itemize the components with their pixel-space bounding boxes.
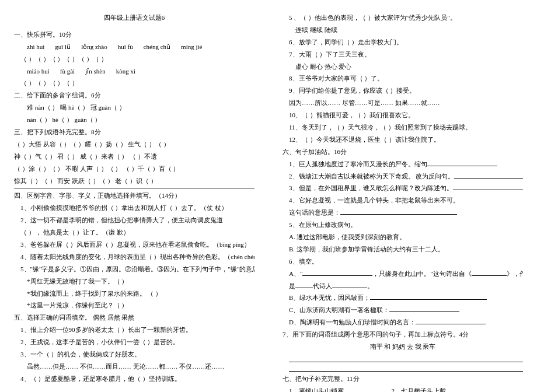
pinyin: fù gài bbox=[60, 65, 75, 78]
text: 》，作者 bbox=[507, 270, 523, 277]
fill-blank bbox=[332, 281, 367, 288]
s2-line-2: nán（ ） hè（ ） guān（ ） bbox=[14, 114, 254, 126]
s4-5a: *周红无缘无故地打了我一下。（ ） bbox=[14, 275, 254, 288]
pinyin-row-1: zhì huì guī lǜ lǒng zhào huī fù chéng ch… bbox=[14, 41, 254, 53]
question-7-head: 七、把句子补充完整。11分 bbox=[283, 373, 523, 385]
pinyin: lǒng zhào bbox=[81, 41, 107, 53]
s4-5c: *这里一片荒凉，你缘何至此？（ ） bbox=[14, 299, 254, 312]
fill-blank bbox=[389, 305, 459, 312]
fill-blank bbox=[416, 317, 486, 324]
pinyin: míng jié bbox=[181, 41, 202, 53]
text: 。2、七月栀子头上戴， bbox=[385, 387, 453, 392]
s4-1: 1、小刚偷偷摸摸地把爷爷的拐（ ）拿出去和别人打（ ）去了。（仗 杖） bbox=[14, 202, 254, 214]
s7-words: 南平 和 妈妈 去 我 乘车 bbox=[283, 341, 523, 353]
r6-1: 1、巨人孤独地度过了寒冷而又漫长的严冬。缩句 bbox=[283, 158, 523, 170]
r5: 5 、（ ）他出色的表现，（ ）被大家评为"优秀少先队员"。 bbox=[283, 12, 523, 24]
text: 是 bbox=[289, 282, 295, 289]
r6-6a: A、"，只缘身在此山中。"这句诗出自《》，作者 bbox=[283, 268, 523, 280]
r5-opts: 连续 继续 陆续 bbox=[283, 24, 523, 36]
q7-1: 1、雾锁山头山锁雾，。2、七月栀子头上戴， bbox=[283, 385, 523, 392]
text: C、山东济南大明湖有一著名楹联： bbox=[289, 306, 389, 313]
text: 1、巨人孤独地度过了寒冷而又漫长的严冬。缩句 bbox=[289, 160, 427, 167]
s5-2: 2、王戎说，这李子是苦的，小伙伴们一尝（ ）是苦的。 bbox=[14, 336, 254, 348]
r6-D: D、陶渊明有一句勉励人们珍惜时间的名言： bbox=[283, 316, 523, 328]
r6-4a: 这句话的意思是： bbox=[283, 206, 523, 219]
s5-opts: 虽然……但是…… 不但……而且…… 无论……都…… 不仅……还…… bbox=[14, 360, 254, 373]
s4-2: 2、这一切不都是李明的错，但他担心把事情弄大了，便主动向调皮鬼道 bbox=[14, 214, 254, 226]
section-4-head: 四、区别字音、字形、字义，正确地选择并填写。（14分） bbox=[14, 190, 254, 202]
s5-4: 4、（ ）是盛夏酷暑，还是寒冬腊月，他（ ）坚持训练。 bbox=[14, 373, 254, 385]
r11: 11、冬天到了，（ ）天气很冷，（ ）我们照常到了操场去踢球。 bbox=[283, 121, 523, 134]
r6-B: B、绿水本无忧，因风皱面； bbox=[283, 292, 523, 304]
right-column: 5 、（ ）他出色的表现，（ ）被大家评为"优秀少先队员"。 连续 继续 陆续 … bbox=[268, 0, 537, 392]
pinyin-row-2: miáo huì fù gài jǐn shèn kòng xì bbox=[14, 65, 254, 78]
section-6-head: 六、句子加油站。16分 bbox=[283, 146, 523, 158]
fill-blank bbox=[452, 386, 487, 392]
s5-1: 1、报上介绍一位90多岁的老太太（ ）长出了一颗新的牙齿。 bbox=[14, 324, 254, 336]
text: B、绿水本无忧，因风皱面； bbox=[289, 294, 370, 301]
section-3-head: 三、把下列成语补充完整。8分 bbox=[14, 126, 254, 138]
s3-line-4: 惊其（ ）（ ） 而安 跃跃（ ）（ ） 老（ ）识（ ） bbox=[14, 175, 254, 187]
left-column: 四年级上册语文试题6 一、快乐拼写。10分 zhì huì guī lǜ lǒn… bbox=[0, 0, 268, 392]
fill-blank bbox=[295, 281, 313, 288]
s4-5b: *我们缘流而上，终于找到了泉水的来路。 （ ） bbox=[14, 288, 254, 300]
r9: 9、同学们给你提了意见，你应该（ ）接受。 bbox=[283, 85, 523, 97]
section-1-head: 一、快乐拼写。10分 bbox=[14, 29, 254, 41]
section-5-head: 五、选择正确的词语填空。 偶然 居然 果然 bbox=[14, 312, 254, 324]
bracket-row-1: （ ）（ ）（ ）（ ）（ ）（ ） bbox=[14, 53, 254, 65]
fill-blank bbox=[453, 183, 523, 190]
r7-opts: 虚心 耐心 热心 爱心 bbox=[283, 61, 523, 73]
s4-4: 4、随着太阳光线角度的变化，月球的表面呈（ ）现出各种奇异的色彩。（chén c… bbox=[14, 251, 254, 263]
pinyin: miáo huì bbox=[27, 65, 50, 78]
fill-blank bbox=[370, 293, 487, 300]
doc-title: 四年级上册语文试题6 bbox=[14, 12, 254, 24]
text: D、陶渊明有一句勉励人们珍惜时间的名言： bbox=[289, 318, 416, 326]
text: A、" bbox=[289, 270, 302, 277]
pinyin: guī lǜ bbox=[55, 41, 71, 53]
text: 。 bbox=[367, 282, 374, 289]
r6: 6、放学了，同学们（ ）走出学校大门。 bbox=[283, 36, 523, 48]
divider bbox=[14, 188, 254, 188]
pinyin: zhì huì bbox=[27, 41, 44, 53]
fill-blank bbox=[302, 269, 372, 276]
fill-blank bbox=[454, 172, 523, 178]
r6-2: 2、钱塘江大潮自古以来就被称为天下奇观。 改为反问句。 bbox=[283, 170, 523, 183]
answer-line bbox=[289, 363, 523, 372]
text: 代诗人 bbox=[313, 282, 332, 289]
s4-5: 5、"缘"字是多义字。①因由，原因。②沿顺着。③因为。在下列句子中，"缘"的意思… bbox=[14, 263, 254, 275]
s2-line-1: 难 nàn（ ） 喝 hē（ ） 冠 guàn（ ） bbox=[14, 102, 254, 114]
r6-6: 6、填空。 bbox=[283, 256, 523, 268]
s3-line-3: （ ）涂（ ）（ ） 不暇 人声（ ）（ ） （ ）千（ ）百（ ） bbox=[14, 163, 254, 175]
text: ，只缘身在此山中。"这句诗出自《 bbox=[372, 270, 472, 277]
r6-C: C、山东济南大明湖有一著名楹联： bbox=[283, 304, 523, 316]
r6-3: 3、但是，在外国租界里，谁又敢怎么样呢？改为陈述句。 bbox=[283, 182, 523, 194]
r6-6d: 是代诗人。 bbox=[283, 280, 523, 292]
r6-4: 4、它好息凝视，一连就是几个钟头，非把老鼠等出来不可。 bbox=[283, 194, 523, 206]
text: 这句话的意思是： bbox=[289, 209, 340, 216]
text: 2、钱塘江大潮自古以来就被称为天下奇观。 改为反问句。 bbox=[289, 173, 454, 180]
r12: 12、（ ）今天我还不退烧，医生（ ）该让我住院了。 bbox=[283, 134, 523, 146]
pinyin: kòng xì bbox=[116, 65, 135, 78]
r9-opts: 因为……所以…… 尽管……可是…… 如果……就…… bbox=[283, 97, 523, 109]
section-7-head: 7、用下面的词语组成两个意思不同的句子，再加上标点符号。4分 bbox=[283, 328, 523, 341]
r6-4b: 5、在原句上修改病句。 bbox=[283, 219, 523, 231]
pinyin: chéng chǔ bbox=[144, 41, 170, 53]
s3-line-1: （ ）大悟 从容（ ）（ ）耀（ ）扬（ ） 生气（ ）（ ） bbox=[14, 138, 254, 150]
s4-2b: （ ）， 他真是太（ ）让了。（谦 歉） bbox=[14, 226, 254, 239]
r7: 7、大雨（ ）下了三天三夜。 bbox=[283, 48, 523, 61]
r6-5b: B. 这学期，我们班参加学雷锋活动的大约有三十二人。 bbox=[283, 243, 523, 256]
s3-line-2: 神（ ）气（ ） 召（ ） 威（ ）来者（ ） （ ）不遗 bbox=[14, 150, 254, 163]
section-2-head: 二、给下面的多音字组词。6分 bbox=[14, 89, 254, 102]
r6-5a: A. 通过这部电影，使我受到深刻的教育。 bbox=[283, 231, 523, 243]
s4-3: 3、爸爸躲在屏（ ）风后面屏（ ）息凝视，原来他在看老鼠偷食吃。（bīng pí… bbox=[14, 239, 254, 251]
fill-blank bbox=[427, 159, 497, 166]
fill-blank bbox=[350, 386, 385, 392]
text: 3、但是，在外国租界里，谁又敢怎么样呢？改为陈述句。 bbox=[289, 184, 453, 191]
r8: 8、王爷爷对大家的事可（ ）了。 bbox=[283, 72, 523, 85]
pinyin: jǐn shèn bbox=[85, 65, 105, 78]
pinyin: huī fù bbox=[118, 41, 133, 53]
s5-3: 3、一个（ ）的机会，使我俩成了好朋友。 bbox=[14, 348, 254, 360]
bracket-row-2: （ ）（ ）（ ）（ ） bbox=[14, 77, 254, 89]
fill-blank bbox=[472, 269, 507, 276]
answer-line bbox=[289, 354, 523, 362]
